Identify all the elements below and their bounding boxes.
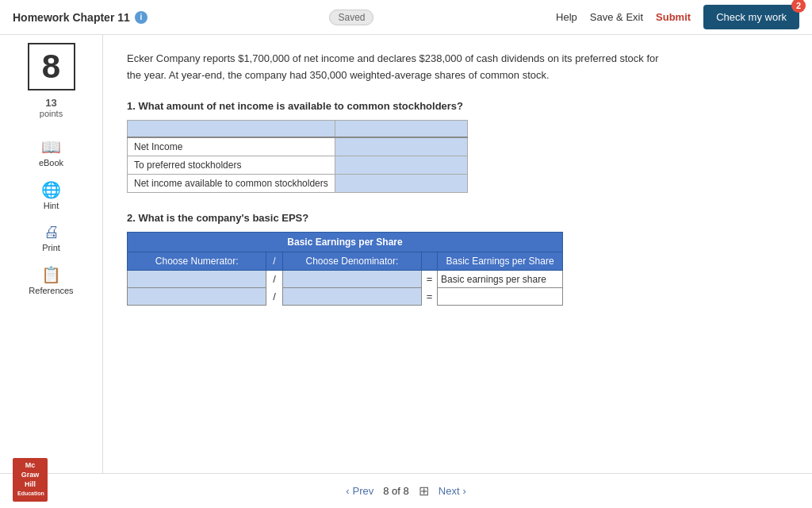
question1-label: 1. What amount of net income is availabl… bbox=[127, 100, 788, 112]
eps-table: Basic Earnings per Share Choose Numerato… bbox=[127, 232, 563, 306]
references-label: References bbox=[29, 286, 73, 295]
problem-text: Ecker Company reports $1,700,000 of net … bbox=[127, 51, 666, 84]
eps-row2-numerator[interactable] bbox=[128, 288, 266, 306]
row3-label: Net income available to common stockhold… bbox=[128, 175, 335, 193]
row1-input[interactable] bbox=[335, 137, 467, 156]
table-row: Net income available to common stockhold… bbox=[128, 175, 468, 193]
content-area: Ecker Company reports $1,700,000 of net … bbox=[103, 35, 812, 473]
sidebar-item-print[interactable]: 🖨 Print bbox=[0, 217, 102, 259]
table-header-label bbox=[128, 120, 335, 137]
sidebar-item-references[interactable]: 📋 References bbox=[0, 259, 102, 302]
next-button[interactable]: Next › bbox=[439, 485, 466, 497]
eps-numerator-1-input[interactable] bbox=[128, 274, 266, 285]
col-result-header: Basic Earnings per Share bbox=[438, 252, 563, 271]
main-content: 8 13 points 📖 eBook 🌐 Hint 🖨 Print 📋 Ref… bbox=[0, 35, 812, 473]
eps-equals-1: = bbox=[422, 271, 438, 288]
saved-badge: Saved bbox=[329, 10, 373, 25]
row2-label: To preferred stockholders bbox=[128, 156, 335, 175]
net-income-input[interactable] bbox=[342, 141, 461, 152]
eps-denominator-1-input[interactable] bbox=[283, 274, 421, 285]
page-title: Homework Chapter 11 bbox=[13, 11, 130, 24]
check-my-work-button[interactable]: Check my work 2 bbox=[703, 5, 799, 29]
ebook-icon: 📖 bbox=[41, 137, 61, 156]
eps-row1-result: Basic earnings per share bbox=[438, 271, 563, 288]
preferred-dividends-input[interactable] bbox=[342, 160, 461, 171]
eps-row2-denominator[interactable] bbox=[282, 288, 421, 306]
ebook-label: eBook bbox=[39, 158, 63, 167]
col-denominator-header: Choose Denominator: bbox=[282, 252, 421, 271]
row2-input[interactable] bbox=[335, 156, 467, 175]
col-numerator-header: Choose Numerator: bbox=[128, 252, 266, 271]
eps-table-header: Basic Earnings per Share bbox=[128, 233, 563, 252]
col-divider-header: / bbox=[266, 252, 282, 271]
header-right: Help Save & Exit Submit Check my work 2 bbox=[556, 5, 799, 29]
page-indicator: 8 of 8 bbox=[383, 485, 409, 497]
references-icon: 📋 bbox=[41, 265, 61, 284]
table-header-value bbox=[335, 120, 467, 137]
eps-divider-1: / bbox=[266, 271, 282, 288]
footer-navigation: ‹ Prev 8 of 8 ⊞ Next › bbox=[346, 483, 466, 498]
sidebar: 8 13 points 📖 eBook 🌐 Hint 🖨 Print 📋 Ref… bbox=[0, 35, 103, 473]
eps-row-2: / = bbox=[128, 288, 563, 306]
eps-row1-denominator[interactable] bbox=[282, 271, 421, 288]
row3-input[interactable] bbox=[335, 175, 467, 193]
hint-label: Hint bbox=[44, 201, 59, 210]
table-row: Net Income bbox=[128, 137, 468, 156]
row1-label: Net Income bbox=[128, 137, 335, 156]
prev-chevron-icon: ‹ bbox=[346, 485, 349, 497]
eps-equals-2: = bbox=[422, 288, 438, 306]
saved-status: Saved bbox=[329, 11, 373, 23]
prev-button[interactable]: ‹ Prev bbox=[346, 485, 373, 497]
info-icon[interactable]: i bbox=[135, 11, 147, 24]
footer: Mc Graw Hill Education ‹ Prev 8 of 8 ⊞ N… bbox=[0, 473, 812, 508]
eps-row1-numerator[interactable] bbox=[128, 271, 266, 288]
points-value: 13 bbox=[40, 97, 63, 109]
points-container: 13 points bbox=[40, 97, 63, 118]
eps-divider-2: / bbox=[266, 288, 282, 306]
eps-row2-result bbox=[438, 288, 563, 306]
eps-row-1: / = Basic earnings per share bbox=[128, 271, 563, 288]
check-work-badge: 2 bbox=[791, 0, 806, 13]
next-chevron-icon: › bbox=[463, 485, 466, 497]
logo: Mc Graw Hill Education bbox=[13, 458, 48, 502]
submit-button[interactable]: Submit bbox=[656, 11, 691, 23]
question-number: 8 bbox=[28, 43, 75, 90]
sidebar-item-hint[interactable]: 🌐 Hint bbox=[0, 174, 102, 217]
print-icon: 🖨 bbox=[44, 223, 59, 241]
save-exit-button[interactable]: Save & Exit bbox=[590, 11, 643, 23]
eps-denominator-2-input[interactable] bbox=[283, 291, 421, 302]
points-label: points bbox=[40, 109, 63, 118]
question2-label: 2. What is the company's basic EPS? bbox=[127, 212, 788, 224]
header: Homework Chapter 11 i Saved Help Save & … bbox=[0, 0, 812, 35]
eps-numerator-2-input[interactable] bbox=[128, 291, 266, 302]
available-income-input[interactable] bbox=[342, 178, 461, 189]
hint-icon: 🌐 bbox=[41, 180, 61, 199]
print-label: Print bbox=[42, 243, 60, 252]
header-left: Homework Chapter 11 i bbox=[13, 11, 147, 24]
col-equals-header bbox=[422, 252, 438, 271]
question1-table: Net Income To preferred stockholders Net… bbox=[127, 120, 468, 194]
help-link[interactable]: Help bbox=[556, 11, 577, 23]
sidebar-item-ebook[interactable]: 📖 eBook bbox=[0, 131, 102, 174]
grid-icon[interactable]: ⊞ bbox=[419, 483, 429, 498]
table-row: To preferred stockholders bbox=[128, 156, 468, 175]
